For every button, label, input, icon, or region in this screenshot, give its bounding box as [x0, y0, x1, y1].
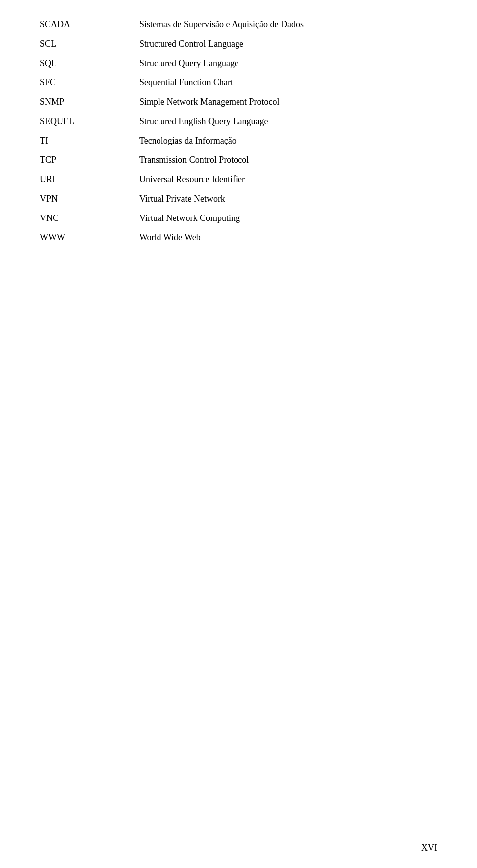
acronym-abbreviation: SCL — [40, 34, 139, 54]
table-row: WWWWorld Wide Web — [40, 228, 437, 247]
table-row: SCLStructured Control Language — [40, 34, 437, 54]
table-row: URIUniversal Resource Identifier — [40, 170, 437, 189]
acronym-abbreviation: SCADA — [40, 15, 139, 34]
table-row: SEQUELStructured English Query Language — [40, 112, 437, 131]
table-row: SQLStructured Query Language — [40, 54, 437, 73]
acronym-definition: Universal Resource Identifier — [139, 170, 437, 189]
acronym-definition: Structured English Query Language — [139, 112, 437, 131]
acronym-abbreviation: SEQUEL — [40, 112, 139, 131]
acronym-table: SCADASistemas de Supervisão e Aquisição … — [40, 15, 437, 247]
acronym-definition: Sequential Function Chart — [139, 73, 437, 92]
table-row: SCADASistemas de Supervisão e Aquisição … — [40, 15, 437, 34]
acronym-definition: Sistemas de Supervisão e Aquisição de Da… — [139, 15, 437, 34]
table-row: SFCSequential Function Chart — [40, 73, 437, 92]
acronym-abbreviation: WWW — [40, 228, 139, 247]
page-number: XVI — [421, 843, 437, 853]
acronym-definition: Tecnologias da Informação — [139, 131, 437, 150]
acronym-definition: Transmission Control Protocol — [139, 150, 437, 170]
acronym-abbreviation: VPN — [40, 189, 139, 209]
acronym-abbreviation: VNC — [40, 209, 139, 228]
acronym-definition: Virtual Network Computing — [139, 209, 437, 228]
acronym-abbreviation: SFC — [40, 73, 139, 92]
acronym-abbreviation: TI — [40, 131, 139, 150]
acronym-definition: Simple Network Management Protocol — [139, 92, 437, 112]
table-row: SNMPSimple Network Management Protocol — [40, 92, 437, 112]
acronym-abbreviation: TCP — [40, 150, 139, 170]
table-row: VPNVirtual Private Network — [40, 189, 437, 209]
acronym-definition: Structured Control Language — [139, 34, 437, 54]
acronym-definition: World Wide Web — [139, 228, 437, 247]
acronym-definition: Virtual Private Network — [139, 189, 437, 209]
acronym-definition: Structured Query Language — [139, 54, 437, 73]
table-row: VNCVirtual Network Computing — [40, 209, 437, 228]
acronym-abbreviation: URI — [40, 170, 139, 189]
table-row: TITecnologias da Informação — [40, 131, 437, 150]
acronym-abbreviation: SQL — [40, 54, 139, 73]
acronym-abbreviation: SNMP — [40, 92, 139, 112]
page-container: SCADASistemas de Supervisão e Aquisição … — [0, 0, 477, 868]
table-row: TCPTransmission Control Protocol — [40, 150, 437, 170]
